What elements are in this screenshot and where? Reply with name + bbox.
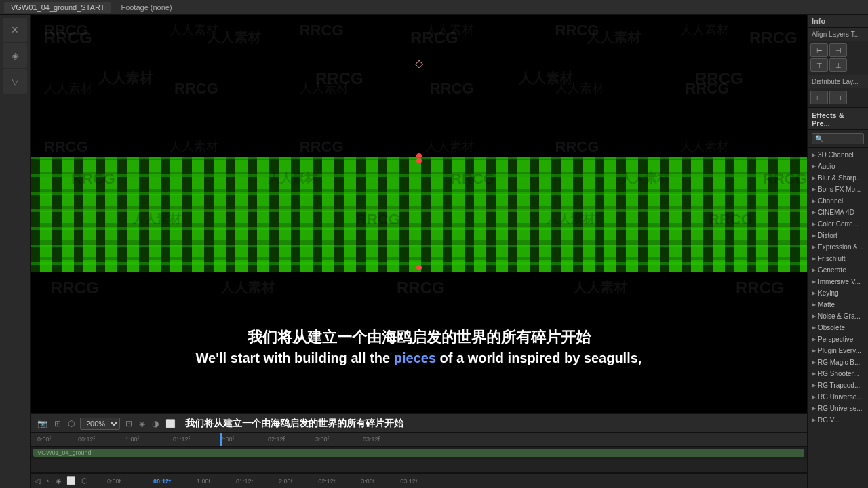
channels-icon[interactable]: ◈ xyxy=(138,418,146,430)
align-section: Align Layers T... ⊢ ⊣ ⊤ ⊥ xyxy=(808,28,868,75)
align-top[interactable]: ⊤ xyxy=(810,58,828,72)
effect-perspective[interactable]: ▶Perspective xyxy=(808,333,868,345)
subtitle-english-before: We'll start with building all the xyxy=(196,350,394,365)
effect-generate[interactable]: ▶Generate xyxy=(808,264,868,276)
svg-rect-26 xyxy=(421,157,431,272)
effects-panel: Effects & Pre... ▶3D Channel ▶Audio ▶Blu… xyxy=(808,108,868,488)
svg-rect-49 xyxy=(31,227,807,230)
ruler-label-4: 2:00f xyxy=(220,436,234,443)
wm-green-cn3: 人人素材 xyxy=(132,211,181,227)
svg-rect-17 xyxy=(226,157,235,272)
align-center-h[interactable]: ⊣ xyxy=(829,43,847,57)
ruler-label-0: 0:00f xyxy=(37,436,51,443)
anchor-dot-green-top xyxy=(416,158,422,163)
effect-immersive[interactable]: ▶Immersive V... xyxy=(808,276,868,287)
svg-rect-34 xyxy=(595,157,604,272)
effect-rg-universe1[interactable]: ▶RG Universe... xyxy=(808,391,868,403)
effect-plugin-every[interactable]: ▶Plugin Every... xyxy=(808,345,868,357)
grid-icon[interactable]: ⊞ xyxy=(53,418,62,430)
ruler-label-7: 03:12f xyxy=(363,436,380,443)
wm-top-cn4: RRCG xyxy=(695,69,743,88)
viewer-area: RRCG 人人素材 RRCG 人人素材 RRCG 人人素材 RRCG 人人素材 … xyxy=(31,15,807,413)
wm-green-1: RRCG xyxy=(71,170,115,188)
tool-icon-3[interactable]: ▽ xyxy=(3,69,27,94)
top-bar: VGW01_04_ground_START Footage (none) xyxy=(0,0,868,15)
effect-color-corre[interactable]: ▶Color Corre... xyxy=(808,218,868,230)
time-212f: 02:12f xyxy=(318,478,335,485)
wm-bot-3: RRCG xyxy=(736,279,784,298)
svg-rect-30 xyxy=(508,157,517,272)
wm-green-5: RRCG xyxy=(709,211,753,228)
wm-top-2: 人人素材 xyxy=(207,28,261,47)
effects-search-input[interactable] xyxy=(812,133,864,144)
wm-green-4: RRCG xyxy=(356,211,400,228)
subtitle-english: We'll start with building all the pieces… xyxy=(31,350,807,366)
green-section: RRCG 人人素材 RRCG 人人素材 RRCG 人人素材 RRCG 人人素材 … xyxy=(31,157,807,272)
svg-rect-47 xyxy=(31,192,807,195)
exposure-icon[interactable]: ◑ xyxy=(151,418,160,430)
ruler-label-2: 1:00f xyxy=(125,436,139,443)
svg-rect-8 xyxy=(31,157,40,272)
effect-channel[interactable]: ▶Channel xyxy=(808,195,868,207)
svg-rect-22 xyxy=(334,157,344,272)
wm-green-cn4: 人人素材 xyxy=(546,211,595,227)
effect-noise[interactable]: ▶Noise & Gra... xyxy=(808,310,868,322)
effect-rg-magic[interactable]: ▶RG Magic B... xyxy=(808,357,868,368)
effect-rg-shooter[interactable]: ▶RG Shooter... xyxy=(808,368,868,380)
dist-btn-1[interactable]: ⊢ xyxy=(810,91,828,104)
wm-top-4: 人人素材 xyxy=(587,28,641,47)
svg-rect-15 xyxy=(182,157,192,272)
effect-matte[interactable]: ▶Matte xyxy=(808,299,868,310)
snapshot-icon[interactable]: 📷 xyxy=(36,418,49,430)
effect-frischluft[interactable]: ▶Frischluft xyxy=(808,253,868,264)
subtitle-highlight: pieces xyxy=(394,350,436,365)
ruler-label-3: 01:12f xyxy=(173,436,190,443)
timeline-icon-2[interactable]: ⋆ xyxy=(45,476,50,485)
effect-audio[interactable]: ▶Audio xyxy=(808,161,868,172)
dist-btn-2[interactable]: ⊣ xyxy=(829,91,847,104)
effect-distort[interactable]: ▶Distort xyxy=(808,230,868,241)
effect-rg-v[interactable]: ▶RG V... xyxy=(808,414,868,426)
timeline-icon-3[interactable]: ◈ xyxy=(56,476,61,485)
effect-rg-universe2[interactable]: ▶RG Universe... xyxy=(808,403,868,414)
effect-expression[interactable]: ▶Expression &... xyxy=(808,241,868,253)
timeline-icon-1[interactable]: ◁ xyxy=(35,476,40,485)
align-left[interactable]: ⊢ xyxy=(810,43,828,57)
effect-3d-channel[interactable]: ▶3D Channel xyxy=(808,149,868,161)
timeline-ruler: 0:00f 00:12f 1:00f 01:12f 2:00f 02:12f 3… xyxy=(31,433,807,447)
composition-tab[interactable]: VGW01_04_ground_START xyxy=(4,2,111,13)
info-label: Info xyxy=(808,15,868,28)
region-icon[interactable]: ⬜ xyxy=(164,418,177,430)
effect-boris[interactable]: ▶Boris FX Mo... xyxy=(808,184,868,195)
effect-blur-sharp[interactable]: ▶Blur & Sharp... xyxy=(808,172,868,184)
timeline-track-1: VGW01_04_ground xyxy=(31,447,807,460)
wm-bot-cn1: 人人素材 xyxy=(220,279,275,297)
tool-icon-2[interactable]: ◈ xyxy=(3,43,27,68)
effect-cinema4d[interactable]: ▶CINEMA 4D xyxy=(808,207,868,218)
timeline-icon-4[interactable]: ⬜ xyxy=(66,476,76,485)
wm-top-cn1: 人人素材 xyxy=(98,69,153,87)
tool-icon-1[interactable]: ✕ xyxy=(3,18,27,42)
timeline-icon-5[interactable]: ⬡ xyxy=(81,476,88,485)
effect-obsolete[interactable]: ▶Obsolete xyxy=(808,322,868,333)
effects-list: ▶3D Channel ▶Audio ▶Blur & Sharp... ▶Bor… xyxy=(808,148,868,488)
effects-title: Effects & Pre... xyxy=(808,108,868,130)
effect-rg-trapcode[interactable]: ▶RG Trapcod... xyxy=(808,380,868,391)
effect-keying[interactable]: ▶Keying xyxy=(808,287,868,299)
subtitle-overlay: 我们将从建立一个由海鸥启发的世界的所有碎片开始 We'll start with… xyxy=(31,327,807,366)
wm-top-3: RRCG xyxy=(410,28,458,47)
align-buttons: ⊢ ⊣ ⊤ ⊥ xyxy=(808,41,868,75)
safe-zones-icon[interactable]: ⬡ xyxy=(66,418,76,430)
distribute-title: Distribute Lay... xyxy=(808,75,868,88)
align-center-v[interactable]: ⊥ xyxy=(829,58,847,72)
wm-top-5: RRCG xyxy=(749,28,797,47)
fit-icon[interactable]: ⊡ xyxy=(124,418,134,430)
composition-viewer: RRCG 人人素材 RRCG 人人素材 RRCG 人人素材 RRCG 人人素材 … xyxy=(31,15,807,432)
svg-rect-46 xyxy=(31,174,807,177)
track-layer-label: VGW01_04_ground xyxy=(37,449,92,456)
time-312f: 03:12f xyxy=(400,478,417,485)
wm-green-2: RRCG xyxy=(451,170,495,188)
zoom-select[interactable]: 200% 100% 50% Fit xyxy=(80,418,120,430)
right-panel: Info Align Layers T... ⊢ ⊣ ⊤ ⊥ Distribut… xyxy=(807,15,868,488)
wm-bot-cn2: 人人素材 xyxy=(573,279,627,297)
